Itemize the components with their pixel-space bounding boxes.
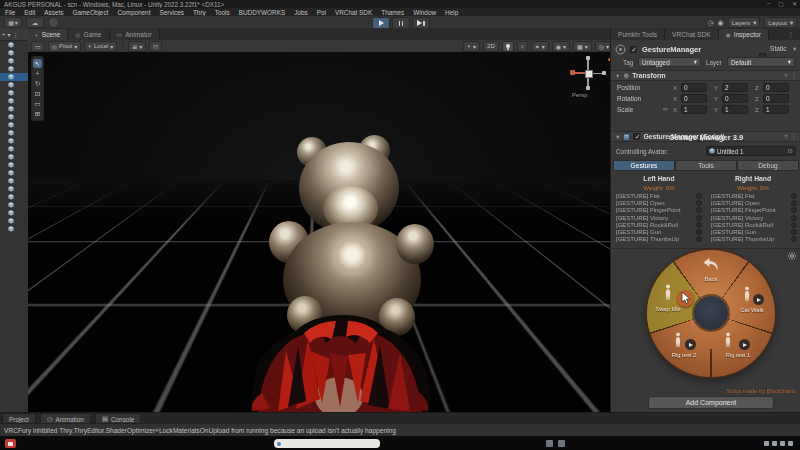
- object-picker-icon[interactable]: ⊙: [788, 147, 793, 155]
- hierarchy-row[interactable]: [0, 65, 28, 73]
- status-bar[interactable]: VRCFury inhibited Thry.ThryEditor.Shader…: [0, 423, 800, 437]
- menu-item-component[interactable]: Component: [117, 9, 150, 16]
- menu-item-assets[interactable]: Assets: [44, 9, 63, 16]
- rotate-tool[interactable]: ↻: [33, 79, 42, 88]
- transform-tool[interactable]: ⊞: [33, 109, 42, 118]
- gesture-row[interactable]: [GESTURE] Victory: [711, 215, 797, 221]
- close-button[interactable]: ✕: [792, 0, 797, 7]
- scene-viewport[interactable]: Persp ↖ + ↻ ⊡ ▭ ⊞: [28, 52, 610, 412]
- tab-scene[interactable]: ◐ Scene: [28, 29, 68, 40]
- controlling-avatar-field[interactable]: Untitled 1 ⊙: [706, 146, 796, 156]
- add-component-button[interactable]: Add Component: [648, 396, 774, 409]
- static-caret-icon[interactable]: ▾: [793, 45, 796, 53]
- rotation-y-field[interactable]: 0: [722, 94, 748, 103]
- gesture-toggle[interactable]: [696, 236, 702, 242]
- tab-gestures[interactable]: Gestures: [613, 160, 675, 171]
- gesture-row[interactable]: [GESTURE] ThumbsUp: [711, 236, 797, 242]
- maximize-button[interactable]: ▢: [778, 0, 784, 7]
- gesture-row[interactable]: [GESTURE] Fist: [711, 193, 797, 199]
- rect-tool[interactable]: ▭: [33, 99, 42, 108]
- hierarchy-row[interactable]: [0, 161, 28, 169]
- gesture-row[interactable]: [GESTURE] Fist: [616, 193, 702, 199]
- hierarchy-row[interactable]: [0, 49, 28, 57]
- gesture-row[interactable]: [GESTURE] ThumbsUp: [616, 236, 702, 242]
- radial-item-back[interactable]: Back: [681, 276, 741, 282]
- tray-icon[interactable]: [780, 441, 785, 446]
- tray-icon[interactable]: [772, 441, 777, 446]
- gesture-row[interactable]: [GESTURE] FingerPoint: [711, 207, 797, 213]
- menu-item-file[interactable]: File: [5, 9, 15, 16]
- gesture-toggle[interactable]: [791, 200, 797, 206]
- gameobject-name[interactable]: GestureManager: [642, 45, 701, 54]
- transform-header[interactable]: ▼ ⊕ Transform ? ⋮: [611, 70, 800, 81]
- shading-mode-dropdown[interactable]: ◐ ▾: [463, 41, 480, 52]
- search-icon[interactable]: ◉: [718, 19, 724, 27]
- radial-item-cat-walk[interactable]: Cat Walk: [731, 307, 773, 313]
- taskbar-icon[interactable]: [558, 440, 565, 447]
- tab-animator[interactable]: ▭ Animator: [110, 29, 160, 40]
- taskbar-app-icon[interactable]: [5, 439, 16, 448]
- gesture-toggle[interactable]: [696, 229, 702, 235]
- tab-game[interactable]: ◎ Game: [68, 29, 109, 40]
- menu-item-buddyworks[interactable]: BUDDYWORKS: [239, 9, 286, 16]
- gesture-row[interactable]: [GESTURE] Gun: [711, 229, 797, 235]
- menu-item-edit[interactable]: Edit: [24, 9, 35, 16]
- menu-item-window[interactable]: Window: [413, 9, 436, 16]
- hierarchy-row[interactable]: [0, 185, 28, 193]
- scale-y-field[interactable]: 1: [722, 105, 748, 114]
- scale-tool[interactable]: ⊡: [33, 89, 42, 98]
- gesture-row[interactable]: [GESTURE] Open: [711, 200, 797, 206]
- avatar-hair[interactable]: [248, 281, 433, 412]
- tab-inspector[interactable]: ◉ Inspector: [719, 29, 769, 40]
- gesture-toggle[interactable]: [791, 193, 797, 199]
- hierarchy-row[interactable]: [0, 193, 28, 201]
- hierarchy-row[interactable]: [0, 113, 28, 121]
- radial-menu[interactable]: Back Swap Idle Cat Walk Rig test 2: [647, 250, 775, 377]
- hierarchy-row[interactable]: [0, 121, 28, 129]
- minimize-button[interactable]: –: [767, 0, 770, 7]
- play-animation-icon[interactable]: [753, 294, 764, 305]
- position-z-field[interactable]: 0: [763, 83, 789, 92]
- rotation-z-field[interactable]: 0: [763, 94, 789, 103]
- taskbar-icon[interactable]: [546, 440, 553, 447]
- play-animation-icon[interactable]: [739, 339, 750, 350]
- active-checkbox[interactable]: [630, 46, 637, 53]
- menu-item-thry[interactable]: Thry: [193, 9, 206, 16]
- menu-item-services[interactable]: Services: [159, 9, 184, 16]
- gesture-row[interactable]: [GESTURE] Open: [616, 200, 702, 206]
- gesture-toggle[interactable]: [791, 236, 797, 242]
- lighting-toggle[interactable]: [502, 41, 514, 52]
- gesture-row[interactable]: [GESTURE] Rock&Roll: [711, 222, 797, 228]
- gesture-row[interactable]: [GESTURE] Rock&Roll: [616, 222, 702, 228]
- radial-item-rig-test-1[interactable]: Rig test 1: [717, 352, 759, 358]
- position-y-field[interactable]: 2: [722, 83, 748, 92]
- gesture-row[interactable]: [GESTURE] FingerPoint: [616, 207, 702, 213]
- gesture-toggle[interactable]: [791, 207, 797, 213]
- undo-history-icon[interactable]: ◷: [707, 19, 713, 27]
- visibility-dropdown[interactable]: ◉ ▾: [552, 41, 570, 52]
- tab-pumkin-tools[interactable]: Pumkin Tools: [611, 29, 665, 40]
- hierarchy-row[interactable]: [0, 145, 28, 153]
- menu-item-gameobject[interactable]: GameObject: [73, 9, 109, 16]
- hierarchy-row[interactable]: [0, 169, 28, 177]
- chevron-down-icon[interactable]: ▾: [8, 31, 11, 38]
- hierarchy-row[interactable]: [0, 97, 28, 105]
- gesture-row[interactable]: [GESTURE] Victory: [616, 215, 702, 221]
- rotation-x-field[interactable]: 0: [681, 94, 707, 103]
- menu-item-poi[interactable]: Poi: [317, 9, 326, 16]
- gesture-toggle[interactable]: [696, 222, 702, 228]
- orientation-gizmo[interactable]: Persp: [570, 56, 610, 102]
- tab-tools[interactable]: Tools: [675, 160, 737, 171]
- gesture-row[interactable]: [GESTURE] Gun: [616, 229, 702, 235]
- menu-item-help[interactable]: Help: [445, 9, 458, 16]
- gesture-toggle[interactable]: [791, 222, 797, 228]
- layout-dropdown[interactable]: Layout ▾: [764, 17, 797, 28]
- grid-visibility-dropdown[interactable]: ▦ ▾: [573, 41, 592, 52]
- move-tool[interactable]: +: [33, 69, 42, 78]
- tray-icon[interactable]: [788, 441, 793, 446]
- persp-label[interactable]: Persp: [572, 92, 588, 98]
- hierarchy-row[interactable]: [0, 217, 28, 225]
- pivot-toggle[interactable]: ◎ Pivot ▾: [48, 41, 82, 52]
- hierarchy-row[interactable]: [0, 201, 28, 209]
- tab-debug[interactable]: Debug: [737, 160, 799, 171]
